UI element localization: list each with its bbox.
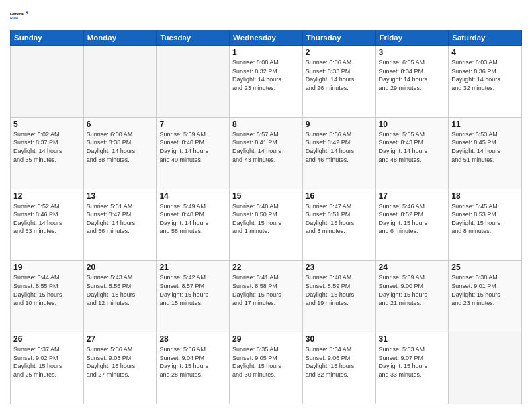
day-info: Sunrise: 5:36 AM Sunset: 9:04 PM Dayligh… <box>159 345 226 379</box>
day-number: 6 <box>87 120 154 129</box>
day-number: 29 <box>232 334 300 344</box>
calendar-day-17: 17Sunrise: 5:46 AM Sunset: 8:52 PM Dayli… <box>375 189 449 261</box>
calendar-day-11: 11Sunrise: 5:53 AM Sunset: 8:45 PM Dayli… <box>449 117 522 189</box>
day-info: Sunrise: 5:57 AM Sunset: 8:41 PM Dayligh… <box>232 130 300 164</box>
day-number: 16 <box>306 191 373 201</box>
day-info: Sunrise: 5:36 AM Sunset: 9:03 PM Dayligh… <box>87 345 154 379</box>
header: GeneralBlue <box>10 7 522 26</box>
calendar-day-2: 2Sunrise: 6:06 AM Sunset: 8:33 PM Daylig… <box>302 46 375 118</box>
calendar-day-20: 20Sunrise: 5:43 AM Sunset: 8:56 PM Dayli… <box>83 261 157 332</box>
calendar-day-29: 29Sunrise: 5:35 AM Sunset: 9:05 PM Dayli… <box>230 332 303 404</box>
day-info: Sunrise: 5:35 AM Sunset: 9:05 PM Dayligh… <box>232 345 300 379</box>
day-number: 15 <box>232 191 300 201</box>
calendar-day-22: 22Sunrise: 5:41 AM Sunset: 8:58 PM Dayli… <box>230 261 303 332</box>
logo: GeneralBlue <box>10 7 29 26</box>
svg-text:General: General <box>10 12 24 16</box>
day-number: 18 <box>451 191 519 201</box>
logo-icon: GeneralBlue <box>10 7 29 26</box>
calendar-day-13: 13Sunrise: 5:51 AM Sunset: 8:47 PM Dayli… <box>83 189 157 261</box>
day-number: 24 <box>379 263 446 272</box>
calendar-day-4: 4Sunrise: 6:03 AM Sunset: 8:36 PM Daylig… <box>449 46 522 118</box>
day-info: Sunrise: 5:39 AM Sunset: 9:00 PM Dayligh… <box>379 273 446 307</box>
calendar-header-sunday: Sunday <box>11 30 84 46</box>
day-number: 30 <box>306 334 373 344</box>
day-number: 11 <box>451 120 519 129</box>
calendar-table: SundayMondayTuesdayWednesdayThursdayFrid… <box>10 30 522 404</box>
day-number: 10 <box>379 120 446 129</box>
day-info: Sunrise: 5:34 AM Sunset: 9:06 PM Dayligh… <box>306 345 373 379</box>
calendar-day-15: 15Sunrise: 5:48 AM Sunset: 8:50 PM Dayli… <box>230 189 303 261</box>
day-number: 27 <box>87 334 154 344</box>
day-info: Sunrise: 5:55 AM Sunset: 8:43 PM Dayligh… <box>379 130 446 164</box>
page: GeneralBlue SundayMondayTuesdayWednesday… <box>0 0 532 411</box>
day-number: 13 <box>87 191 154 201</box>
day-info: Sunrise: 6:06 AM Sunset: 8:33 PM Dayligh… <box>306 58 373 92</box>
calendar-day-26: 26Sunrise: 5:37 AM Sunset: 9:02 PM Dayli… <box>11 332 84 404</box>
calendar-header-saturday: Saturday <box>449 30 522 46</box>
calendar-day-5: 5Sunrise: 6:02 AM Sunset: 8:37 PM Daylig… <box>11 117 84 189</box>
calendar-day-3: 3Sunrise: 6:05 AM Sunset: 8:34 PM Daylig… <box>375 46 449 118</box>
calendar-day-12: 12Sunrise: 5:52 AM Sunset: 8:46 PM Dayli… <box>11 189 84 261</box>
calendar-empty <box>449 332 522 404</box>
day-info: Sunrise: 6:05 AM Sunset: 8:34 PM Dayligh… <box>379 58 446 92</box>
day-number: 5 <box>13 120 81 129</box>
day-number: 2 <box>306 48 373 57</box>
day-info: Sunrise: 5:47 AM Sunset: 8:51 PM Dayligh… <box>306 202 373 236</box>
day-info: Sunrise: 6:00 AM Sunset: 8:38 PM Dayligh… <box>87 130 154 164</box>
calendar-day-7: 7Sunrise: 5:59 AM Sunset: 8:40 PM Daylig… <box>157 117 230 189</box>
day-number: 12 <box>13 191 81 201</box>
calendar-header-thursday: Thursday <box>302 30 375 46</box>
day-info: Sunrise: 5:33 AM Sunset: 9:07 PM Dayligh… <box>379 345 446 379</box>
svg-marker-2 <box>25 11 28 15</box>
calendar-empty <box>11 46 84 118</box>
calendar-day-21: 21Sunrise: 5:42 AM Sunset: 8:57 PM Dayli… <box>157 261 230 332</box>
day-number: 3 <box>379 48 446 57</box>
calendar-day-8: 8Sunrise: 5:57 AM Sunset: 8:41 PM Daylig… <box>230 117 303 189</box>
day-info: Sunrise: 5:53 AM Sunset: 8:45 PM Dayligh… <box>451 130 519 164</box>
calendar-day-31: 31Sunrise: 5:33 AM Sunset: 9:07 PM Dayli… <box>375 332 449 404</box>
calendar-day-18: 18Sunrise: 5:45 AM Sunset: 8:53 PM Dayli… <box>449 189 522 261</box>
calendar-header-tuesday: Tuesday <box>157 30 230 46</box>
day-number: 22 <box>232 263 300 272</box>
day-number: 21 <box>159 263 226 272</box>
day-info: Sunrise: 6:08 AM Sunset: 8:32 PM Dayligh… <box>232 58 300 92</box>
day-info: Sunrise: 5:59 AM Sunset: 8:40 PM Dayligh… <box>159 130 226 164</box>
day-number: 25 <box>451 263 519 272</box>
day-info: Sunrise: 5:46 AM Sunset: 8:52 PM Dayligh… <box>379 202 446 236</box>
calendar-day-14: 14Sunrise: 5:49 AM Sunset: 8:48 PM Dayli… <box>157 189 230 261</box>
day-info: Sunrise: 5:56 AM Sunset: 8:42 PM Dayligh… <box>306 130 373 164</box>
day-number: 19 <box>13 263 81 272</box>
day-info: Sunrise: 5:45 AM Sunset: 8:53 PM Dayligh… <box>451 202 519 236</box>
day-info: Sunrise: 5:51 AM Sunset: 8:47 PM Dayligh… <box>87 202 154 236</box>
day-info: Sunrise: 5:42 AM Sunset: 8:57 PM Dayligh… <box>159 273 226 307</box>
calendar-day-30: 30Sunrise: 5:34 AM Sunset: 9:06 PM Dayli… <box>302 332 375 404</box>
day-info: Sunrise: 5:48 AM Sunset: 8:50 PM Dayligh… <box>232 202 300 236</box>
day-number: 8 <box>232 120 300 129</box>
day-info: Sunrise: 5:43 AM Sunset: 8:56 PM Dayligh… <box>87 273 154 307</box>
calendar-week-4: 19Sunrise: 5:44 AM Sunset: 8:55 PM Dayli… <box>11 261 522 332</box>
calendar-day-6: 6Sunrise: 6:00 AM Sunset: 8:38 PM Daylig… <box>83 117 157 189</box>
day-number: 1 <box>232 48 300 57</box>
day-number: 4 <box>451 48 519 57</box>
day-number: 7 <box>159 120 226 129</box>
day-number: 17 <box>379 191 446 201</box>
calendar-day-27: 27Sunrise: 5:36 AM Sunset: 9:03 PM Dayli… <box>83 332 157 404</box>
calendar-header-friday: Friday <box>375 30 449 46</box>
day-info: Sunrise: 5:41 AM Sunset: 8:58 PM Dayligh… <box>232 273 300 307</box>
day-info: Sunrise: 5:49 AM Sunset: 8:48 PM Dayligh… <box>159 202 226 236</box>
calendar-day-9: 9Sunrise: 5:56 AM Sunset: 8:42 PM Daylig… <box>302 117 375 189</box>
calendar-day-28: 28Sunrise: 5:36 AM Sunset: 9:04 PM Dayli… <box>157 332 230 404</box>
day-info: Sunrise: 5:44 AM Sunset: 8:55 PM Dayligh… <box>13 273 81 307</box>
calendar-day-1: 1Sunrise: 6:08 AM Sunset: 8:32 PM Daylig… <box>230 46 303 118</box>
calendar-header-row: SundayMondayTuesdayWednesdayThursdayFrid… <box>11 30 522 46</box>
day-info: Sunrise: 5:40 AM Sunset: 8:59 PM Dayligh… <box>306 273 373 307</box>
calendar-week-5: 26Sunrise: 5:37 AM Sunset: 9:02 PM Dayli… <box>11 332 522 404</box>
calendar-day-23: 23Sunrise: 5:40 AM Sunset: 8:59 PM Dayli… <box>302 261 375 332</box>
calendar-empty <box>157 46 230 118</box>
calendar-week-2: 5Sunrise: 6:02 AM Sunset: 8:37 PM Daylig… <box>11 117 522 189</box>
calendar-header-monday: Monday <box>83 30 157 46</box>
calendar-empty <box>83 46 157 118</box>
day-number: 28 <box>159 334 226 344</box>
day-info: Sunrise: 6:03 AM Sunset: 8:36 PM Dayligh… <box>451 58 519 92</box>
day-number: 23 <box>306 263 373 272</box>
